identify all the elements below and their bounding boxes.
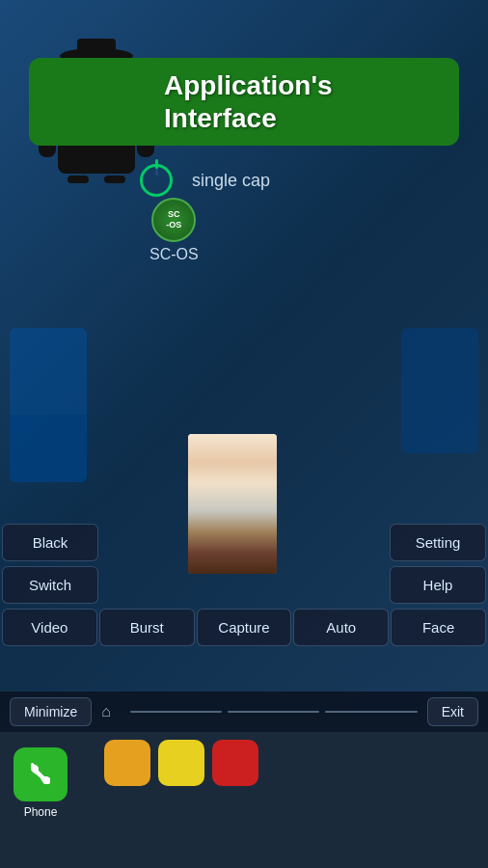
side-panel-left-inner xyxy=(10,415,87,482)
help-button[interactable]: Help xyxy=(390,566,486,604)
black-button[interactable]: Black xyxy=(2,524,98,561)
app-icon-2[interactable] xyxy=(158,740,204,786)
auto-button[interactable]: Auto xyxy=(293,609,389,646)
bottom-bar: Minimize ⌂ Exit xyxy=(0,692,488,732)
setting-button[interactable]: Setting xyxy=(390,524,486,561)
svg-rect-1 xyxy=(77,39,116,58)
single-cap-label: single cap xyxy=(192,171,270,191)
phone-icon[interactable] xyxy=(14,747,68,801)
taskbar: Phone Minimize App can also works on bac… xyxy=(0,732,488,868)
sc-os-icon-text1: SC xyxy=(168,209,180,220)
sc-os-section: SC -OS SC-OS xyxy=(149,198,199,263)
other-apps xyxy=(96,740,266,786)
header-banner: Application's Interface xyxy=(29,58,459,146)
side-panel-left xyxy=(10,328,87,482)
switch-button[interactable]: Switch xyxy=(2,566,98,604)
app-icon-3[interactable] xyxy=(212,740,258,786)
minimize-button[interactable]: Minimize xyxy=(10,697,92,726)
dot-line-2 xyxy=(228,711,319,713)
btn-row-1: Black Setting xyxy=(0,524,488,561)
dot-line-3 xyxy=(325,711,417,713)
header-title: Application's Interface xyxy=(164,69,333,134)
svg-rect-11 xyxy=(104,176,125,183)
side-panel-right xyxy=(401,328,478,453)
btn-row-3: Video Burst Capture Auto Face xyxy=(0,609,488,646)
svg-rect-10 xyxy=(68,176,89,183)
power-row: single cap xyxy=(140,164,270,197)
app-icon-1[interactable] xyxy=(104,740,150,786)
sc-os-icon[interactable]: SC -OS xyxy=(151,198,196,242)
face-button[interactable]: Face xyxy=(391,609,486,646)
phone-app[interactable]: Phone xyxy=(0,740,81,827)
sc-os-label: SC-OS xyxy=(149,246,199,263)
dot-line-1 xyxy=(130,711,222,713)
phone-svg xyxy=(25,759,56,790)
capture-button[interactable]: Capture xyxy=(197,609,292,646)
video-button[interactable]: Video xyxy=(2,609,97,646)
exit-button[interactable]: Exit xyxy=(427,697,478,726)
power-button[interactable] xyxy=(140,164,173,197)
btn-row-2: Switch Help xyxy=(0,566,488,604)
burst-button[interactable]: Burst xyxy=(99,609,195,646)
app-area: SC OS3 Application's Interface single ca… xyxy=(0,0,488,714)
phone-label: Phone xyxy=(24,805,58,819)
sc-os-icon-text2: -OS xyxy=(166,220,181,231)
dots-bar xyxy=(121,711,427,713)
home-icon[interactable]: ⌂ xyxy=(101,703,111,720)
